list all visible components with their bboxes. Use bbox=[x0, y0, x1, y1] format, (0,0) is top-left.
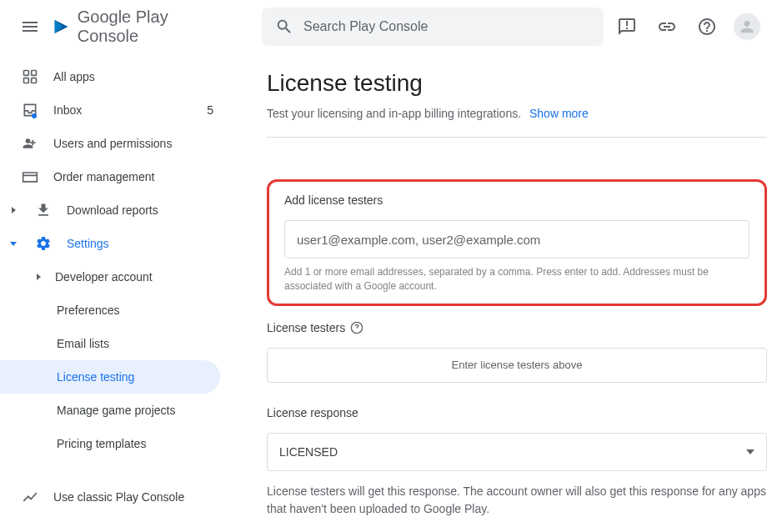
license-response-select[interactable]: LICENSED bbox=[267, 433, 767, 471]
caret-down-icon bbox=[7, 239, 20, 248]
nav-pricing-templates[interactable]: Pricing templates bbox=[0, 427, 220, 460]
show-more-link[interactable]: Show more bbox=[529, 107, 589, 120]
nav-label: Manage game projects bbox=[57, 404, 175, 417]
nav-email-lists[interactable]: Email lists bbox=[0, 327, 220, 360]
notification-dot-icon bbox=[32, 113, 37, 118]
gear-icon bbox=[33, 235, 53, 252]
nav-all-apps[interactable]: All apps bbox=[0, 60, 233, 93]
help-icon bbox=[697, 17, 717, 37]
announcement-icon bbox=[617, 17, 637, 37]
play-console-logo-icon bbox=[53, 16, 70, 38]
chart-icon bbox=[20, 489, 40, 505]
add-testers-highlight: Add license testers Add 1 or more email … bbox=[267, 179, 767, 306]
nav-inbox[interactable]: Inbox 5 bbox=[0, 93, 233, 127]
announcements-button[interactable] bbox=[610, 10, 644, 43]
nav-license-testing[interactable]: License testing bbox=[0, 360, 220, 394]
sidebar: All apps Inbox 5 Users and permissions O… bbox=[0, 53, 233, 532]
dropdown-arrow-icon bbox=[746, 449, 754, 454]
caret-right-icon bbox=[7, 206, 20, 214]
hamburger-icon bbox=[20, 17, 40, 37]
select-value: LICENSED bbox=[279, 445, 338, 459]
avatar bbox=[734, 13, 760, 40]
body-layout: All apps Inbox 5 Users and permissions O… bbox=[0, 53, 777, 532]
inbox-icon bbox=[20, 102, 40, 118]
nav-label: Inbox bbox=[53, 103, 82, 117]
nav-label: Pricing templates bbox=[57, 437, 146, 450]
add-testers-helper: Add 1 or more email addresses, separated… bbox=[284, 265, 749, 294]
main-content: License testing Test your licensing and … bbox=[233, 53, 777, 532]
logo-text: Google Play Console bbox=[78, 8, 205, 46]
nav-label: Email lists bbox=[57, 337, 109, 350]
nav-label: Settings bbox=[67, 237, 109, 250]
add-testers-input[interactable] bbox=[284, 220, 749, 258]
nav-label: All apps bbox=[53, 70, 95, 83]
nav-label: License testing bbox=[57, 370, 134, 384]
nav-download-reports[interactable]: Download reports bbox=[0, 193, 233, 227]
nav-manage-game-projects[interactable]: Manage game projects bbox=[0, 394, 220, 427]
nav-preferences[interactable]: Preferences bbox=[0, 294, 220, 327]
account-button[interactable] bbox=[730, 10, 764, 43]
nav-label: Developer account bbox=[55, 270, 153, 284]
search-icon bbox=[275, 18, 293, 36]
person-icon bbox=[738, 18, 756, 36]
inbox-badge: 5 bbox=[207, 103, 213, 117]
header: Google Play Console bbox=[0, 0, 777, 53]
nav-users-permissions[interactable]: Users and permissions bbox=[0, 127, 233, 160]
search-box[interactable] bbox=[262, 8, 604, 46]
credit-card-icon bbox=[20, 168, 40, 185]
license-testers-section: License testers Enter license testers ab… bbox=[267, 321, 767, 383]
add-testers-label: Add license testers bbox=[284, 193, 749, 207]
menu-button[interactable] bbox=[13, 7, 46, 47]
nav-label: Order management bbox=[53, 170, 154, 183]
license-testers-empty: Enter license testers above bbox=[267, 348, 767, 383]
link-icon bbox=[657, 17, 677, 37]
search-input[interactable] bbox=[303, 19, 590, 34]
caret-right-icon bbox=[32, 273, 45, 281]
license-response-section: License response LICENSED License tester… bbox=[267, 406, 767, 518]
license-testers-label: License testers bbox=[267, 321, 767, 334]
nav-label: Preferences bbox=[57, 304, 119, 317]
download-icon bbox=[33, 202, 53, 218]
nav-label: Download reports bbox=[67, 203, 158, 217]
nav-order-management[interactable]: Order management bbox=[0, 160, 233, 193]
header-actions bbox=[610, 10, 764, 43]
page-description: Test your licensing and in-app billing i… bbox=[267, 107, 767, 138]
license-response-helper: License testers will get this response. … bbox=[267, 483, 767, 518]
nav-settings[interactable]: Settings bbox=[0, 227, 233, 260]
users-icon bbox=[20, 135, 40, 152]
help-circle-icon[interactable] bbox=[350, 321, 363, 334]
nav-developer-account[interactable]: Developer account bbox=[0, 260, 220, 294]
page-title: License testing bbox=[267, 70, 767, 97]
nav-label: Users and permissions bbox=[53, 137, 172, 150]
license-response-label: License response bbox=[267, 406, 767, 419]
apps-icon bbox=[20, 68, 40, 85]
help-button[interactable] bbox=[690, 10, 724, 43]
link-button[interactable] bbox=[650, 10, 684, 43]
nav-label: Use classic Play Console bbox=[53, 490, 184, 504]
nav-use-classic[interactable]: Use classic Play Console bbox=[0, 480, 233, 514]
logo[interactable]: Google Play Console bbox=[53, 8, 205, 46]
